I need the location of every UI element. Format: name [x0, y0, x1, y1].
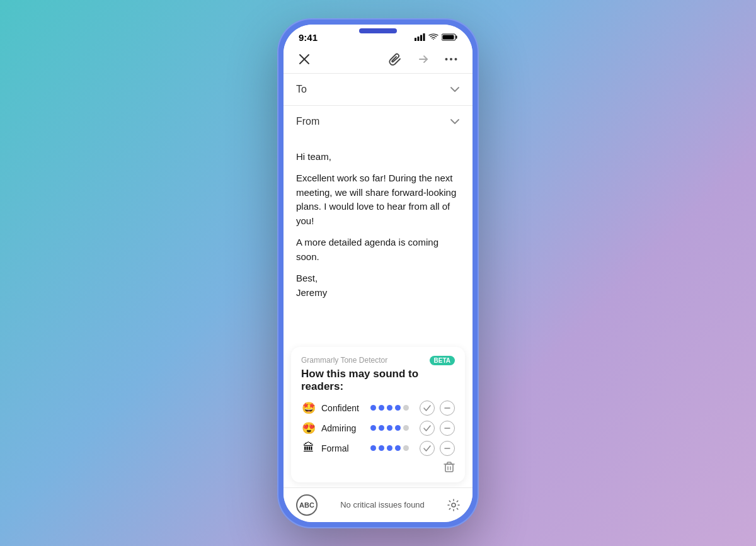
toolbar-actions: [386, 50, 460, 68]
admiring-minus-button[interactable]: [440, 421, 455, 436]
tone-formal-row: 🏛 Formal: [301, 441, 455, 456]
grammarly-header: Grammarly Tone Detector BETA: [301, 356, 455, 365]
signal-icon: [415, 33, 425, 41]
svg-rect-5: [456, 36, 457, 39]
close-button[interactable]: [296, 51, 312, 67]
body-line-4: Best,Jeremy: [296, 271, 460, 300]
formal-emoji: 🏛: [301, 441, 316, 455]
phone-device: 9:41: [277, 18, 479, 528]
grammarly-subtitle: How this may sound to readers:: [301, 368, 455, 393]
notch-pill: [359, 28, 397, 33]
delete-button[interactable]: [444, 461, 455, 474]
dot: [403, 405, 409, 411]
admiring-emoji: 😍: [301, 421, 316, 435]
status-time: 9:41: [299, 32, 318, 43]
admiring-dots: [370, 425, 415, 431]
dot: [379, 425, 384, 431]
dot: [387, 445, 392, 451]
bottom-bar: ABC No critical issues found: [284, 487, 472, 522]
confident-minus-button[interactable]: [440, 401, 455, 416]
confident-actions: [420, 401, 455, 416]
svg-rect-1: [418, 37, 420, 41]
email-body[interactable]: Hi team, Excellent work so far! During t…: [284, 137, 472, 347]
formal-dots: [370, 445, 415, 451]
dot: [395, 445, 401, 451]
grammarly-card: Grammarly Tone Detector BETA How this ma…: [291, 347, 465, 482]
dot: [379, 445, 384, 451]
dot: [395, 425, 401, 431]
body-line-2: Excellent work so far! During the next m…: [296, 171, 460, 228]
battery-icon: [442, 33, 457, 41]
confident-check-button[interactable]: [420, 401, 435, 416]
svg-rect-2: [420, 35, 422, 42]
to-field[interactable]: To: [284, 73, 472, 105]
dot: [387, 425, 392, 431]
status-icons: [415, 33, 457, 41]
svg-rect-6: [443, 35, 454, 40]
to-label: To: [296, 84, 307, 95]
dot: [387, 405, 392, 411]
bottom-status: No critical issues found: [340, 500, 425, 509]
confident-emoji: 🤩: [301, 401, 316, 415]
formal-actions: [420, 441, 455, 456]
svg-rect-0: [415, 38, 416, 41]
dot: [403, 445, 409, 451]
admiring-label: Admiring: [321, 423, 365, 433]
chevron-down-icon: [450, 86, 460, 93]
tone-admiring-row: 😍 Admiring: [301, 421, 455, 436]
send-button[interactable]: [415, 50, 432, 68]
dot: [370, 405, 376, 411]
dot: [395, 405, 401, 411]
phone-notch: [340, 25, 416, 42]
svg-point-10: [450, 58, 452, 60]
formal-minus-button[interactable]: [440, 441, 455, 456]
svg-point-18: [452, 503, 455, 507]
grammarly-footer: [301, 461, 455, 474]
settings-button[interactable]: [447, 499, 460, 511]
formal-label: Formal: [321, 443, 365, 453]
confident-label: Confident: [321, 403, 365, 413]
confident-dots: [370, 405, 415, 411]
abc-label: ABC: [299, 501, 314, 509]
dot: [403, 425, 409, 431]
dot: [370, 445, 376, 451]
body-line-3: A more detailed agenda is coming soon.: [296, 236, 460, 264]
svg-rect-15: [445, 464, 453, 472]
beta-badge: BETA: [430, 356, 455, 365]
more-button[interactable]: [442, 55, 460, 64]
svg-rect-3: [423, 33, 425, 41]
dot: [379, 405, 384, 411]
formal-check-button[interactable]: [420, 441, 435, 456]
from-label: From: [296, 116, 319, 127]
abc-icon: ABC: [296, 494, 318, 516]
svg-point-11: [455, 58, 457, 60]
wifi-icon: [428, 33, 438, 41]
tone-confident-row: 🤩 Confident: [301, 401, 455, 416]
grammarly-title: Grammarly Tone Detector: [301, 356, 387, 365]
body-line-1: Hi team,: [296, 150, 460, 164]
attachment-button[interactable]: [386, 50, 404, 68]
chevron-down-icon: [450, 118, 460, 125]
admiring-check-button[interactable]: [420, 421, 435, 436]
dot: [370, 425, 376, 431]
phone-screen: 9:41: [284, 25, 472, 522]
from-field[interactable]: From: [284, 105, 472, 137]
email-toolbar: [284, 45, 472, 73]
svg-point-9: [445, 58, 448, 60]
admiring-actions: [420, 421, 455, 436]
